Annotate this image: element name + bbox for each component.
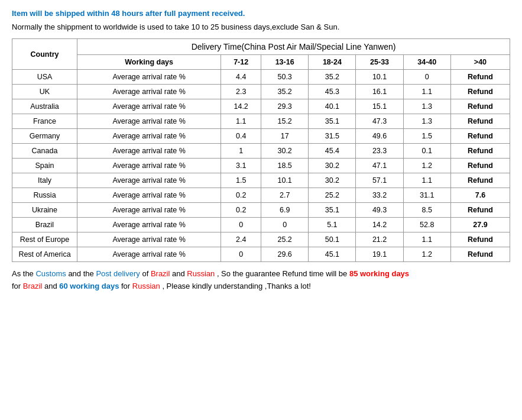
table-row: GermanyAverage arrival rate %0.41731.549…	[12, 129, 510, 144]
rate-value: 1.5	[403, 129, 450, 144]
rate-value: 4.4	[221, 70, 261, 85]
footer-mid4: and	[42, 282, 59, 290]
post-delivery-text: Post delivery	[96, 269, 140, 278]
rate-value: 1.1	[403, 232, 450, 247]
col-712: 7-12	[221, 55, 261, 70]
rate-value: 14.2	[356, 218, 403, 232]
rate-value: 1.5	[221, 173, 261, 188]
country-cell: Brazil	[12, 218, 77, 232]
rate-value: 45.1	[309, 247, 356, 262]
rate-value: 1.1	[403, 173, 450, 188]
country-cell: Italy	[12, 173, 77, 188]
footer-pre1: As the	[12, 269, 35, 278]
rate-value: 30.2	[261, 144, 309, 159]
col-1316: 13-16	[261, 55, 309, 70]
rate-value: 31.1	[403, 188, 450, 203]
rate-value: 35.2	[261, 85, 309, 99]
rate-value: 25.2	[309, 188, 356, 203]
second-notice: Normally the shippment to worldwide is u…	[12, 22, 510, 31]
table-row: CanadaAverage arrival rate %130.245.423.…	[12, 144, 510, 159]
rate-value: 35.1	[309, 203, 356, 218]
brazil2-text: Brazil	[23, 282, 43, 290]
country-cell: Canada	[12, 144, 77, 159]
table-row: ItalyAverage arrival rate %1.510.130.257…	[12, 173, 510, 188]
rate-value: 1	[221, 144, 261, 159]
rate-value: 35.2	[309, 70, 356, 85]
rate-value: 2.4	[221, 232, 261, 247]
rate-value: 7.6	[450, 188, 510, 203]
rate-label: Average arrival rate %	[77, 173, 221, 188]
rate-value: 52.8	[403, 218, 450, 232]
rate-value: 31.5	[309, 129, 356, 144]
country-header: Country	[12, 39, 77, 70]
table-row: USAAverage arrival rate %4.450.335.210.1…	[12, 70, 510, 85]
rate-value: 47.3	[356, 114, 403, 129]
rate-value: 49.6	[356, 129, 403, 144]
rate-value: 30.2	[309, 173, 356, 188]
country-cell: UK	[12, 85, 77, 99]
table-row: SpainAverage arrival rate %3.118.530.247…	[12, 159, 510, 173]
rate-value: Refund	[450, 85, 510, 99]
russian2-text: Russian	[132, 282, 160, 290]
rate-value: Refund	[450, 129, 510, 144]
col-1824: 18-24	[309, 55, 356, 70]
table-row: RussiaAverage arrival rate %0.22.725.233…	[12, 188, 510, 203]
rate-value: Refund	[450, 70, 510, 85]
country-cell: Rest of Europe	[12, 232, 77, 247]
rate-value: 23.3	[356, 144, 403, 159]
rate-value: 40.1	[309, 99, 356, 114]
rate-label: Average arrival rate %	[77, 114, 221, 129]
rate-label: Average arrival rate %	[77, 144, 221, 159]
rate-value: Refund	[450, 232, 510, 247]
rate-value: Refund	[450, 159, 510, 173]
footer-mid1: and the	[66, 269, 96, 278]
rate-value: 50.3	[261, 70, 309, 85]
table-row: Rest of EuropeAverage arrival rate %2.42…	[12, 232, 510, 247]
working-days-header: Working days	[77, 55, 221, 70]
rate-label: Average arrival rate %	[77, 188, 221, 203]
rate-value: 29.6	[261, 247, 309, 262]
rate-value: 45.4	[309, 144, 356, 159]
delivery-table: Country Delivery Time(China Post Air Mai…	[12, 38, 510, 262]
rate-value: Refund	[450, 99, 510, 114]
rate-value: 0.4	[221, 129, 261, 144]
rate-value: 14.2	[221, 99, 261, 114]
delivery-time-header: Delivery Time(China Post Air Mail/Specia…	[77, 39, 510, 55]
rate-value: 49.3	[356, 203, 403, 218]
rate-value: 47.1	[356, 159, 403, 173]
country-cell: Germany	[12, 129, 77, 144]
footer-note: As the Customs and the Post delivery of …	[12, 268, 510, 293]
rate-value: 1.1	[221, 114, 261, 129]
rate-value: 0	[403, 70, 450, 85]
table-row: AustraliaAverage arrival rate %14.229.34…	[12, 99, 510, 114]
rate-value: 17	[261, 129, 309, 144]
footer-mid2: of	[140, 269, 151, 278]
table-row: FranceAverage arrival rate %1.115.235.14…	[12, 114, 510, 129]
rate-value: 2.7	[261, 188, 309, 203]
rate-value: 25.2	[261, 232, 309, 247]
rate-value: 45.3	[309, 85, 356, 99]
rate-value: 19.1	[356, 247, 403, 262]
rate-label: Average arrival rate %	[77, 159, 221, 173]
rate-value: 3.1	[221, 159, 261, 173]
rate-label: Average arrival rate %	[77, 85, 221, 99]
rate-value: Refund	[450, 247, 510, 262]
rate-value: 0	[221, 247, 261, 262]
rate-label: Average arrival rate %	[77, 129, 221, 144]
footer-post1: , So the guarantee Refund time will be	[215, 269, 349, 278]
footer-post2: , Please kindly understanding ,Thanks a …	[160, 282, 311, 290]
rate-value: 21.2	[356, 232, 403, 247]
rate-value: 0.1	[403, 144, 450, 159]
rate-value: 33.2	[356, 188, 403, 203]
table-row: Rest of AmericaAverage arrival rate %029…	[12, 247, 510, 262]
customs-text: Customs	[35, 269, 66, 278]
table-row: BrazilAverage arrival rate %005.114.252.…	[12, 218, 510, 232]
footer-mid3: and	[170, 269, 187, 278]
rate-value: 0.2	[221, 203, 261, 218]
rate-value: Refund	[450, 144, 510, 159]
rate-value: 50.1	[309, 232, 356, 247]
rate-value: Refund	[450, 114, 510, 129]
rate-label: Average arrival rate %	[77, 247, 221, 262]
days85-text: 85 working days	[349, 269, 409, 278]
rate-label: Average arrival rate %	[77, 70, 221, 85]
